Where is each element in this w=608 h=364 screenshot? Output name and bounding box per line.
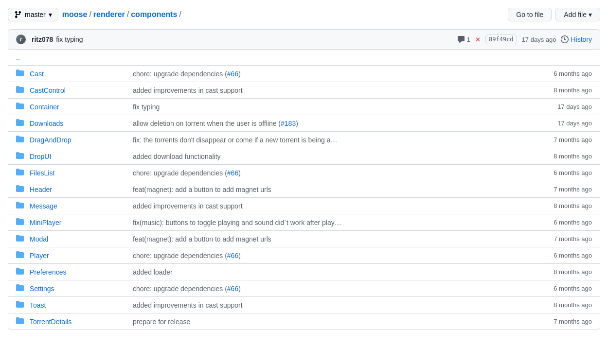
- table-row: CastControladded improvements in cast su…: [8, 82, 600, 99]
- parent-dir-link: ..: [16, 53, 20, 61]
- file-name-cell: Cast: [30, 70, 127, 78]
- file-time-cell: 6 months ago: [538, 70, 592, 77]
- table-row: Headerfeat(magnet): add a button to add …: [8, 181, 600, 198]
- file-commit-cell: feat(magnet): add a button to add magnet…: [133, 186, 533, 193]
- table-row: Settingschore: upgrade dependencies (#66…: [8, 280, 600, 297]
- folder-icon: [16, 218, 24, 227]
- file-commit-cell: fix typing: [133, 103, 533, 111]
- folder-svg: [16, 135, 24, 143]
- top-bar: master ▾ moose / renderer / components /…: [8, 8, 600, 21]
- folder-icon: [16, 267, 24, 277]
- file-name-link[interactable]: Container: [30, 103, 59, 111]
- folder-svg: [16, 317, 24, 325]
- file-name-link[interactable]: CastControl: [30, 87, 66, 94]
- file-commit-cell: chore: upgrade dependencies (#66): [133, 252, 533, 260]
- file-name-link[interactable]: MiniPlayer: [30, 219, 61, 226]
- file-name-link[interactable]: Settings: [30, 285, 54, 293]
- table-row: Playerchore: upgrade dependencies (#66)6…: [8, 247, 600, 264]
- folder-svg: [16, 267, 24, 275]
- commit-author: ritz078: [32, 35, 53, 43]
- breadcrumb-renderer[interactable]: renderer: [93, 10, 125, 19]
- file-time-cell: 6 months ago: [538, 219, 592, 226]
- commit-message: fix typing: [56, 35, 83, 43]
- file-name-link[interactable]: Downloads: [30, 120, 63, 127]
- file-time-cell: 8 months ago: [538, 268, 592, 276]
- file-time-cell: 6 months ago: [538, 285, 592, 292]
- add-file-dropdown-icon: ▾: [589, 11, 592, 18]
- file-commit-cell: added download functionality: [133, 153, 533, 160]
- folder-icon: [16, 185, 24, 194]
- file-name-link[interactable]: Player: [30, 252, 49, 260]
- folder-icon: [16, 317, 24, 326]
- file-commit-cell: allow deletion on torrent when the user …: [133, 120, 533, 127]
- file-name-cell: Downloads: [30, 120, 127, 127]
- commit-link[interactable]: #66: [227, 70, 238, 78]
- file-name-link[interactable]: DropUI: [30, 153, 51, 160]
- folder-svg: [16, 300, 24, 308]
- folder-icon: [16, 119, 24, 128]
- file-commit-cell: fix: the torrents don't disappear or com…: [133, 136, 533, 144]
- branch-name: master: [25, 11, 46, 18]
- file-time-cell: 6 months ago: [538, 169, 592, 176]
- file-name-cell: Container: [30, 103, 127, 111]
- file-name-cell: CastControl: [30, 87, 127, 94]
- file-name-link[interactable]: TorrentDetails: [30, 318, 72, 326]
- commit-link[interactable]: #66: [227, 252, 238, 260]
- goto-file-button[interactable]: Go to file: [508, 8, 552, 21]
- commit-link[interactable]: #183: [281, 120, 296, 127]
- file-commit-cell: feat(magnet): add a button to add magnet…: [133, 235, 533, 243]
- breadcrumb: moose / renderer / components /: [62, 10, 181, 19]
- file-name-cell: Modal: [30, 235, 127, 243]
- commit-hash[interactable]: 89f49cd: [485, 35, 517, 44]
- file-name-link[interactable]: DragAndDrop: [30, 136, 72, 144]
- file-name-cell: Message: [30, 202, 127, 210]
- table-row: MiniPlayerfix(music): buttons to toggle …: [8, 214, 600, 231]
- folder-icon: [16, 251, 24, 260]
- file-name-link[interactable]: Modal: [30, 235, 48, 243]
- file-commit-cell: fix(music): buttons to toggle playing an…: [133, 219, 533, 226]
- folder-svg: [16, 201, 24, 209]
- table-row: Toastadded improvements in cast support8…: [8, 297, 600, 313]
- branch-dropdown-icon: ▾: [49, 11, 52, 18]
- breadcrumb-components[interactable]: components: [131, 10, 177, 19]
- file-name-link[interactable]: Cast: [30, 70, 44, 78]
- folder-icon: [16, 284, 24, 293]
- folder-svg: [16, 152, 24, 159]
- folder-icon: [16, 201, 24, 210]
- parent-dir-row[interactable]: ..: [8, 50, 600, 66]
- commit-link[interactable]: #66: [227, 169, 238, 177]
- commit-link[interactable]: #66: [227, 285, 238, 293]
- commit-meta: 1 ✕ 89f49cd 17 days ago History: [457, 35, 592, 44]
- file-name-link[interactable]: Toast: [30, 301, 46, 309]
- file-name-link[interactable]: FilesList: [30, 169, 54, 177]
- file-name-link[interactable]: Message: [30, 202, 57, 210]
- file-name-cell: TorrentDetails: [30, 318, 127, 326]
- folder-icon: [16, 168, 24, 177]
- file-commit-cell: added loader: [133, 268, 533, 276]
- file-time-cell: 7 months ago: [538, 235, 592, 243]
- file-time-cell: 8 months ago: [538, 202, 592, 209]
- folder-svg: [16, 119, 24, 126]
- file-time-cell: 17 days ago: [538, 103, 592, 110]
- add-file-button[interactable]: Add file ▾: [555, 8, 600, 21]
- file-time-cell: 7 months ago: [538, 136, 592, 143]
- x-mark: ✕: [475, 36, 481, 43]
- file-commit-cell: chore: upgrade dependencies (#66): [133, 169, 533, 177]
- history-link[interactable]: History: [561, 35, 592, 43]
- commit-row: r ritz078 fix typing 1 ✕ 89f49cd 17 days…: [8, 30, 600, 50]
- file-name-cell: Preferences: [30, 268, 127, 276]
- table-row: FilesListchore: upgrade dependencies (#6…: [8, 165, 600, 181]
- folder-icon: [16, 234, 24, 243]
- file-name-cell: DragAndDrop: [30, 136, 127, 144]
- breadcrumb-moose[interactable]: moose: [62, 10, 88, 19]
- file-name-cell: Toast: [30, 301, 127, 309]
- folder-svg: [16, 185, 24, 192]
- folder-icon: [16, 102, 24, 111]
- file-time-cell: 7 months ago: [538, 186, 592, 193]
- file-name-link[interactable]: Header: [30, 186, 52, 193]
- file-name-cell: DropUI: [30, 153, 127, 160]
- folder-icon: [16, 135, 24, 144]
- file-name-link[interactable]: Preferences: [30, 268, 66, 276]
- branch-selector[interactable]: master ▾: [8, 8, 58, 21]
- folder-icon: [16, 300, 24, 310]
